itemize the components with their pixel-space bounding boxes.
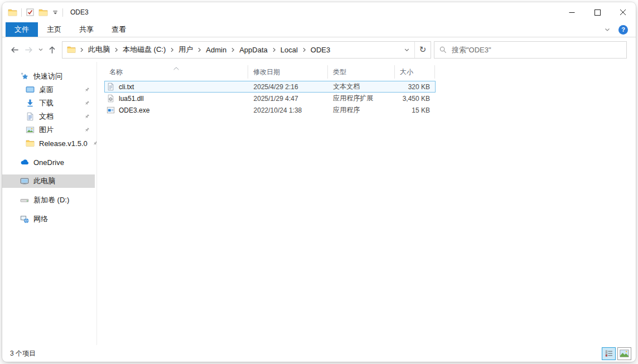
title-bar: ODE3 (2, 2, 636, 22)
breadcrumb-chevron-icon[interactable] (113, 46, 120, 54)
file-row-cli-txt[interactable]: cli.txt 2025/4/29 2:16 文本文档 320 KB (104, 81, 436, 93)
file-name: cli.txt (119, 83, 134, 91)
document-icon (26, 112, 35, 121)
breadcrumb-admin[interactable]: Admin (203, 46, 229, 54)
file-size: 3,450 KB (395, 95, 435, 103)
refresh-icon: ↻ (419, 45, 427, 55)
desktop-icon (26, 85, 35, 94)
file-date: 2025/4/29 2:16 (249, 83, 328, 91)
column-headers: 名称 修改日期 类型 大小 (104, 63, 636, 80)
sidebar-item-pictures[interactable]: 图片 (2, 123, 95, 137)
tab-file[interactable]: 文件 (6, 22, 38, 37)
sidebar-item-desktop[interactable]: 桌面 (2, 83, 95, 96)
quick-access-toolbar: ODE3 (8, 8, 89, 17)
search-icon (439, 46, 447, 54)
refresh-button[interactable]: ↻ (415, 42, 431, 58)
sidebar-item-release-folder[interactable]: Release.v1.5.0 (2, 137, 95, 150)
quick-access-star-icon (20, 72, 29, 81)
file-name: lua51.dll (119, 95, 144, 103)
download-icon (26, 99, 35, 108)
breadcrumb-appdata[interactable]: AppData (236, 46, 270, 54)
search-input[interactable] (452, 46, 622, 54)
sidebar-item-label: 网络 (33, 214, 48, 224)
file-type: 应用程序扩展 (328, 94, 395, 103)
item-count: 3 个项目 (10, 349, 36, 358)
sidebar-item-downloads[interactable]: 下载 (2, 96, 95, 110)
address-bar[interactable]: 此电脑 本地磁盘 (C:) 用户 Admin AppData Local ODE… (62, 41, 431, 59)
address-history-chevron-icon[interactable] (399, 42, 414, 58)
help-icon[interactable]: ? (618, 25, 628, 35)
tab-home[interactable]: 主页 (38, 22, 70, 37)
window-controls (559, 2, 636, 22)
pictures-icon (26, 125, 35, 134)
back-button[interactable] (8, 42, 22, 57)
explorer-app-icon (8, 8, 17, 17)
navigation-bar: 此电脑 本地磁盘 (C:) 用户 Admin AppData Local ODE… (2, 37, 636, 62)
exe-file-icon (107, 106, 115, 114)
file-row-ode3-exe[interactable]: ODE3.exe 2022/10/24 1:38 应用程序 15 KB (104, 104, 436, 116)
file-size: 15 KB (395, 106, 435, 114)
pin-icon (84, 127, 90, 133)
file-row-lua51-dll[interactable]: lua51.dll 2025/1/29 4:47 应用程序扩展 3,450 KB (104, 93, 436, 104)
qat-customize-dropdown-icon[interactable] (52, 9, 59, 16)
view-buttons (602, 347, 631, 360)
tab-share[interactable]: 共享 (70, 22, 103, 37)
breadcrumb-users[interactable]: 用户 (176, 45, 196, 55)
breadcrumb-chevron-icon[interactable] (196, 46, 203, 54)
qat-separator (62, 8, 63, 17)
sidebar-item-documents[interactable]: 文档 (2, 110, 95, 123)
address-folder-icon (67, 45, 76, 54)
pin-icon (92, 140, 97, 147)
breadcrumb-chevron-icon[interactable] (301, 46, 308, 54)
breadcrumb-this-pc[interactable]: 此电脑 (85, 45, 113, 55)
close-button[interactable] (610, 2, 636, 22)
sidebar-item-label: 桌面 (39, 85, 54, 95)
expand-ribbon-chevron-icon[interactable] (604, 26, 611, 33)
sidebar-item-label: 图片 (39, 125, 54, 135)
dll-file-icon (107, 94, 115, 103)
search-box (434, 41, 627, 59)
this-pc-icon (20, 177, 29, 186)
breadcrumb-c-drive[interactable]: 本地磁盘 (C:) (120, 45, 168, 55)
window-title: ODE3 (70, 8, 89, 16)
sidebar-item-network[interactable]: 网络 (2, 212, 95, 226)
forward-button[interactable] (22, 42, 36, 57)
column-header-type[interactable]: 类型 (328, 65, 395, 79)
network-icon (20, 215, 29, 224)
thumbnail-view-button[interactable] (617, 347, 631, 360)
file-name: ODE3.exe (119, 106, 149, 114)
status-bar: 3 个项目 (2, 345, 636, 362)
column-header-name[interactable]: 名称 (104, 65, 248, 79)
up-button[interactable] (45, 42, 59, 57)
tab-view[interactable]: 查看 (103, 22, 135, 37)
sidebar-item-label: 文档 (39, 111, 54, 122)
sidebar-item-label: Release.v1.5.0 (39, 139, 88, 148)
maximize-button[interactable] (584, 2, 610, 22)
column-header-date[interactable]: 修改日期 (248, 65, 328, 79)
details-view-button[interactable] (602, 347, 616, 360)
navigation-pane: 快速访问 桌面 下载 文档 (2, 62, 97, 345)
qat-properties-button[interactable] (26, 8, 35, 17)
recent-locations-chevron-icon[interactable] (36, 42, 45, 57)
breadcrumb-ode3[interactable]: ODE3 (308, 46, 333, 54)
sidebar-item-onedrive[interactable]: OneDrive (2, 156, 95, 169)
sort-ascending-icon (173, 62, 179, 75)
minimize-button[interactable] (559, 2, 584, 22)
breadcrumb-chevron-icon[interactable] (270, 46, 278, 54)
sidebar-item-this-pc[interactable]: 此电脑 (2, 174, 95, 188)
ribbon-tab-strip: 文件 主页 共享 查看 ? (2, 22, 636, 37)
sidebar-item-label: OneDrive (33, 158, 64, 167)
breadcrumb-chevron-icon[interactable] (229, 46, 236, 54)
column-header-size[interactable]: 大小 (395, 65, 435, 79)
sidebar-item-d-drive[interactable]: 新加卷 (D:) (2, 193, 95, 207)
file-type: 应用程序 (328, 105, 395, 115)
pin-icon (84, 87, 90, 93)
explorer-window: ODE3 文件 主页 共享 查看 ? (2, 2, 636, 362)
file-date: 2022/10/24 1:38 (249, 106, 328, 114)
qat-new-folder-button[interactable] (38, 8, 48, 17)
breadcrumb-chevron-icon[interactable] (78, 46, 85, 54)
breadcrumb-chevron-icon[interactable] (168, 46, 176, 54)
file-size: 320 KB (395, 83, 435, 91)
breadcrumb-local[interactable]: Local (278, 46, 301, 54)
sidebar-item-quick-access[interactable]: 快速访问 (2, 70, 95, 83)
